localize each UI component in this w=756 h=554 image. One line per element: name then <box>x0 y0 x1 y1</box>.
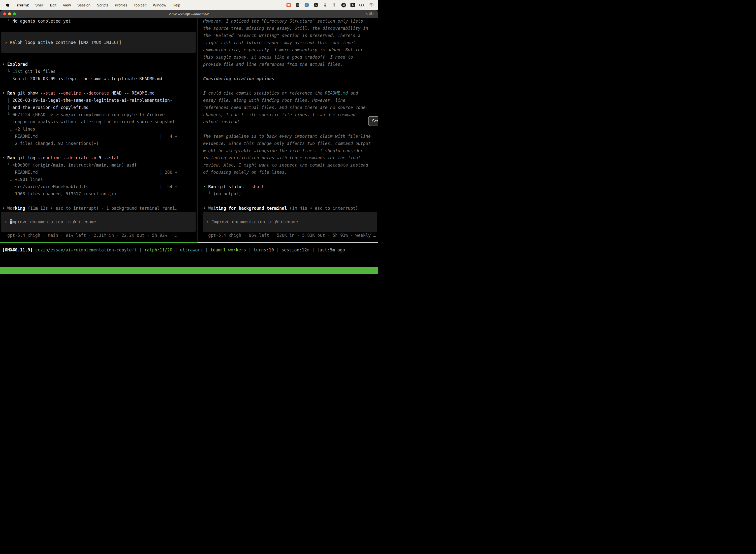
text-segment: --decorate <box>83 91 112 96</box>
text-segment: … +1901 lines <box>2 177 43 182</box>
terminal-line: essay file, along with finding root file… <box>203 97 378 104</box>
terminal-line: • Waiting for background terminal (1m 41… <box>203 205 378 212</box>
menu-item-scripts[interactable]: Scripts <box>97 3 108 7</box>
pane-divider[interactable] <box>197 18 197 242</box>
text-segment: | <box>203 247 210 253</box>
text-segment: log <box>27 155 38 160</box>
terminal-line: • Ran git log --oneline --decorate -n 5 … <box>2 154 197 162</box>
menu-item-profiles[interactable]: Profiles <box>115 3 127 7</box>
crescent-icon[interactable] <box>314 2 318 7</box>
active-pane-border <box>0 242 197 243</box>
screen-recording-icon[interactable] <box>286 2 291 7</box>
terminal-line: references need actual files, and since … <box>203 104 378 111</box>
text-segment: evidence. Since this change only affects… <box>203 141 371 146</box>
terminal-line: slight risk that future readers may over… <box>203 39 378 46</box>
command-input-box[interactable]: › Improve documentation in @filename <box>203 212 377 232</box>
text-segment: HEAD <box>111 91 124 96</box>
text-segment: │ <box>2 105 12 110</box>
command-input-box[interactable]: › Ralph loop active continue [OMX_TMUX_I… <box>1 32 196 53</box>
wifi-icon[interactable] <box>369 2 374 7</box>
window-title-bar[interactable]: omx --xhigh --madmax ⌥⌘1 <box>0 10 378 18</box>
text-segment: (1m 41s • esc to interrupt) <box>287 206 358 211</box>
text-segment: › <box>5 219 10 224</box>
menu-item-window[interactable]: Window <box>153 3 166 7</box>
tmux-pane-right[interactable]: However, I noticed the "Directory Struct… <box>197 18 378 239</box>
terminal-line <box>2 54 197 61</box>
text-segment: might be acceptable alongside the file l… <box>203 148 363 153</box>
terminal-line: └ No agents completed yet <box>2 18 197 25</box>
apple-logo-icon <box>6 3 10 7</box>
text-segment: 2026-03-09-is-legal-the-same-as-legitima… <box>27 76 162 81</box>
text-segment: and <box>348 91 358 96</box>
terminal-line: … +2 lines <box>2 126 197 133</box>
text-segment: last:5m ago <box>317 247 345 253</box>
text-segment: Ran <box>7 155 17 160</box>
menu-item-shell[interactable]: Shell <box>35 3 44 7</box>
text-segment: --stat <box>41 91 58 96</box>
terminal-line: gpt-5.4 xhigh · main · 91% left · 2.31M … <box>2 232 197 239</box>
text-segment: slight risk that future readers may over… <box>203 40 356 45</box>
text-segment: output instead. <box>203 119 241 124</box>
blue-bolt-icon[interactable] <box>304 2 309 7</box>
text-segment: ultrawork <box>180 247 203 253</box>
text-segment: 5 <box>99 155 104 160</box>
text-segment: ting for background terminal <box>216 206 287 211</box>
terminal-line <box>2 82 197 90</box>
menu-item-help[interactable]: Help <box>173 3 180 7</box>
text-segment: Explored <box>7 62 27 67</box>
terminal-line <box>203 198 378 205</box>
text-segment: 1903 files changed, 513517 insertions(+) <box>2 191 117 196</box>
text-segment <box>2 76 12 81</box>
tmux-pane-left[interactable]: └ No agents completed yet › Ralph loop a… <box>0 18 197 239</box>
text-segment: and-the-erosion-of-copyleft.md <box>12 105 88 110</box>
badge-61-icon[interactable]: ..61 <box>341 2 346 7</box>
terminal-line: └ (no output) <box>203 190 378 198</box>
terminal-line <box>2 25 197 32</box>
menu-item-edit[interactable]: Edit <box>50 3 56 7</box>
text-segment: Improve documentation in @filename <box>211 219 298 224</box>
terminal-line: └ 067f154 (HEAD -> essay/ai-reimplementa… <box>2 111 197 118</box>
text-segment: 2 files changed, 92 insertions(+) <box>2 141 99 146</box>
command-input-box[interactable]: › Improve documentation in @filename <box>1 212 196 232</box>
terminal-line: │ 2026-03-09-is-legal-the-same-as-legiti… <box>2 97 197 104</box>
text-segment: ralph:11/20 <box>144 247 172 253</box>
command-input-line: › Improve documentation in @filename <box>207 218 298 226</box>
text-segment: Ralph loop active continue [OMX_TMUX_INJ… <box>10 40 121 45</box>
menu-bar-left: iTerm2 Shell Edit View Session Scripts P… <box>0 2 180 7</box>
terminal-line <box>203 68 378 75</box>
tmux-window-label[interactable]: [omx-cczip0:bash* <box>2 274 45 277</box>
menu-bar-status-icons: § ..61 A <box>286 2 378 7</box>
menu-item-iterm2[interactable]: iTerm2 <box>17 3 29 7</box>
terminal-line <box>203 82 378 90</box>
menu-item-session[interactable]: Session <box>77 3 90 7</box>
text-segment: -n <box>91 155 99 160</box>
terminal-line: this single essay, it seems like a good … <box>203 54 378 61</box>
text-segment: this single essay, it seems like a good … <box>203 55 353 60</box>
text-segment: • <box>2 206 7 211</box>
text-segment: └ <box>2 69 12 74</box>
dots-grid-icon[interactable] <box>323 2 328 7</box>
text-segment: git <box>17 91 27 96</box>
terminal-line: provide file and line references from th… <box>203 61 378 68</box>
letter-a-icon[interactable]: A <box>350 2 355 7</box>
terminal-line: The team guideline is to back every impo… <box>203 133 378 140</box>
omx-status-line: [OMX#0.11.9] cczip/essay/ai-reimplementa… <box>2 246 345 254</box>
menu-item-toolbelt[interactable]: Toolbelt <box>134 3 146 7</box>
text-segment: | <box>310 247 317 253</box>
text-segment: git <box>218 184 229 189</box>
terminal-line: 2 files changed, 92 insertions(+) <box>2 140 197 147</box>
menu-item-view[interactable]: View <box>63 3 71 7</box>
text-segment: essay file, along with finding root file… <box>203 98 345 103</box>
text-segment: … +2 lines <box>2 126 35 131</box>
squiggle-icon[interactable]: § <box>332 2 337 7</box>
battery-icon[interactable] <box>359 2 364 7</box>
terminal-line: I could cite commit statistics or refere… <box>203 90 378 97</box>
shield-icon[interactable] <box>295 2 300 7</box>
text-segment: Considering citation options <box>203 76 274 81</box>
terminal-line <box>203 176 378 183</box>
terminal-line: │ and-the-erosion-of-copyleft.md <box>2 104 197 111</box>
apple-menu[interactable] <box>5 2 10 7</box>
text-segment: (11m 13s • esc to interrupt) · 1 backgro… <box>25 206 177 211</box>
text-segment: the source tree, missing the essay. Stil… <box>203 26 368 31</box>
text-segment: › <box>5 40 10 45</box>
